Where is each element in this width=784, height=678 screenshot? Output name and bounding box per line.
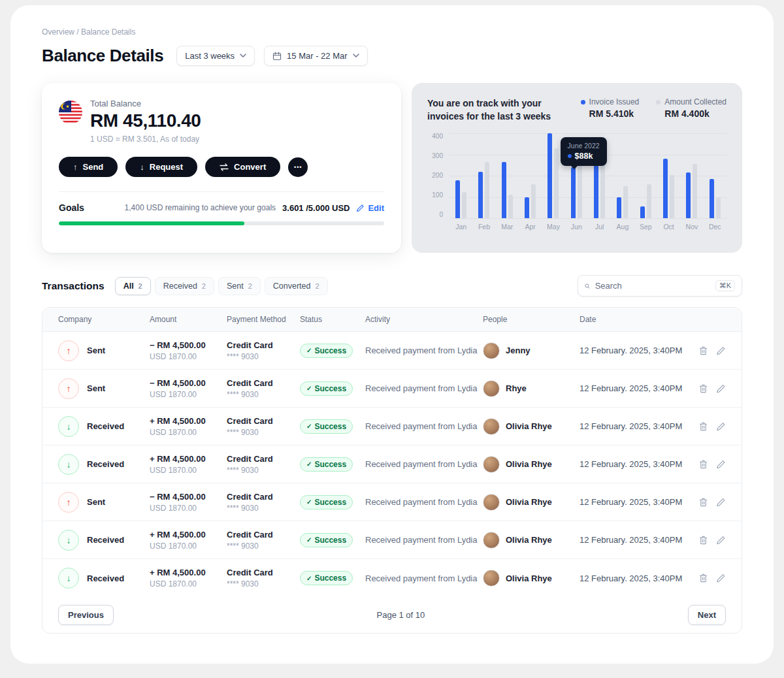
- period-filter-dropdown[interactable]: Last 3 weeks: [176, 46, 255, 66]
- tooltip-value: $88k: [575, 152, 593, 161]
- column-header-payment-method: Payment Method: [227, 315, 300, 324]
- request-button[interactable]: ↓ Request: [125, 157, 197, 177]
- edit-icon[interactable]: [716, 459, 726, 470]
- table-row[interactable]: ↓ Received + RM 4,500.00 USD 1870.00 Cre…: [42, 408, 742, 445]
- status-badge: ✓Success: [300, 571, 353, 585]
- sent-arrow-icon: ↑: [58, 378, 79, 399]
- page-info: Page 1 of 10: [114, 610, 688, 620]
- pagination: Previous Page 1 of 10 Next: [42, 597, 742, 633]
- payment-method: Credit Card: [227, 416, 300, 426]
- balance-card: Total Balance RM 45,110.40 1 USD = RM 3.…: [42, 83, 401, 253]
- tab-received[interactable]: Received 2: [155, 277, 214, 295]
- status-badge: ✓Success: [300, 533, 353, 547]
- avatar: [483, 342, 500, 359]
- exchange-rate-note: 1 USD = RM 3.501, As of today: [90, 135, 201, 144]
- chart-month-group: [519, 133, 542, 218]
- card-number: **** 9030: [227, 504, 300, 513]
- edit-icon[interactable]: [716, 535, 726, 545]
- edit-icon[interactable]: [716, 383, 726, 394]
- amount-value: − RM 4,500.00: [150, 378, 227, 388]
- divider: [59, 191, 384, 192]
- delete-icon[interactable]: [698, 573, 708, 583]
- edit-icon[interactable]: [716, 497, 726, 508]
- delete-icon[interactable]: [698, 497, 708, 508]
- previous-page-button[interactable]: Previous: [58, 605, 114, 625]
- status-label: Success: [314, 422, 346, 431]
- amount-usd: USD 1870.00: [150, 428, 227, 437]
- table-row[interactable]: ↑ Sent − RM 4,500.00 USD 1870.00 Credit …: [42, 370, 742, 408]
- goals-progress-text: 3.601 /5.000 USD: [282, 203, 350, 213]
- date-text: 12 February. 2025, 3:40PM: [580, 573, 689, 583]
- date-range-dropdown[interactable]: 15 Mar - 22 Mar: [264, 46, 367, 66]
- amount-collected-bar: [462, 192, 466, 219]
- delete-icon[interactable]: [698, 535, 708, 545]
- tab-converted[interactable]: Converted 2: [265, 277, 328, 295]
- chart-y-tick: 200: [427, 172, 443, 179]
- payment-method: Credit Card: [227, 568, 300, 577]
- tab-all[interactable]: All 2: [115, 277, 151, 295]
- invoice-issued-bar: [455, 180, 460, 219]
- goals-remaining-text: 1,400 USD remaining to achieve your goal…: [125, 203, 276, 212]
- edit-icon[interactable]: [716, 573, 726, 583]
- chevron-down-icon: [240, 54, 246, 58]
- table-row[interactable]: ↑ Sent − RM 4,500.00 USD 1870.00 Credit …: [42, 483, 742, 521]
- date-text: 12 February. 2025, 3:40PM: [580, 535, 689, 545]
- gridline: [449, 218, 727, 219]
- tab-count: 2: [248, 282, 252, 290]
- edit-icon[interactable]: [716, 421, 726, 432]
- goals-progress-current: 3.601: [282, 203, 304, 213]
- edit-goals-button[interactable]: Edit: [356, 203, 384, 213]
- more-actions-button[interactable]: •••: [288, 157, 308, 177]
- table-row[interactable]: ↓ Received + RM 4,500.00 USD 1870.00 Cre…: [42, 521, 742, 559]
- avatar: [483, 570, 500, 587]
- next-page-button[interactable]: Next: [688, 605, 726, 625]
- status-badge: ✓Success: [300, 344, 353, 358]
- tab-count: 2: [139, 282, 142, 290]
- payment-method: Credit Card: [227, 378, 300, 388]
- request-button-label: Request: [150, 162, 183, 172]
- delete-icon[interactable]: [698, 383, 708, 394]
- check-icon: ✓: [306, 575, 312, 582]
- tab-sent[interactable]: Sent 2: [218, 277, 261, 295]
- search-input[interactable]: [595, 281, 710, 291]
- column-header-status: Status: [300, 315, 365, 324]
- breadcrumb[interactable]: Overview / Balance Details: [42, 27, 742, 37]
- amount-collected-bar: [716, 197, 721, 219]
- edit-icon[interactable]: [716, 346, 726, 356]
- chart-month-label: May: [542, 223, 564, 231]
- check-icon: ✓: [306, 385, 312, 392]
- convert-button[interactable]: Convert: [205, 157, 280, 177]
- check-icon: ✓: [306, 460, 312, 468]
- status-label: Success: [314, 536, 346, 545]
- delete-icon[interactable]: [698, 346, 708, 356]
- payment-method: Credit Card: [227, 340, 300, 350]
- status-label: Success: [314, 384, 346, 393]
- chart-y-labels: 4003002001000: [427, 133, 443, 218]
- legend-label: Amount Collected: [664, 97, 727, 106]
- amount-collected-bar: [600, 165, 605, 218]
- goals-title: Goals: [59, 202, 84, 213]
- chart-y-tick: 0: [427, 212, 443, 218]
- calendar-icon: [272, 52, 282, 61]
- delete-icon[interactable]: [698, 421, 708, 432]
- tab-count: 2: [316, 282, 319, 290]
- legend-item: Invoice Issued RM 5.410k: [581, 97, 640, 119]
- chart-month-group: [680, 133, 703, 218]
- company-label: Sent: [87, 497, 105, 507]
- amount-usd: USD 1870.00: [150, 390, 227, 399]
- activity-text: Received payment from Lydia: [365, 346, 483, 355]
- legend-label: Invoice Issued: [589, 97, 640, 106]
- send-button[interactable]: ↑ Send: [59, 157, 118, 177]
- invoice-issued-bar: [547, 133, 552, 218]
- delete-icon[interactable]: [698, 459, 708, 470]
- goals-progress-fill: [59, 221, 244, 225]
- table-row[interactable]: ↑ Sent − RM 4,500.00 USD 1870.00 Credit …: [42, 332, 742, 370]
- payment-method: Credit Card: [227, 530, 300, 540]
- amount-value: + RM 4,500.00: [150, 530, 227, 540]
- goals-progress-target: /5.000 USD: [306, 203, 350, 213]
- table-row[interactable]: ↓ Received + RM 4,500.00 USD 1870.00 Cre…: [42, 559, 742, 597]
- table-row[interactable]: ↓ Received + RM 4,500.00 USD 1870.00 Cre…: [42, 445, 742, 483]
- convert-button-label: Convert: [234, 162, 266, 172]
- invoice-headline: You are on track with your invoices for …: [427, 97, 574, 123]
- check-icon: ✓: [306, 498, 312, 506]
